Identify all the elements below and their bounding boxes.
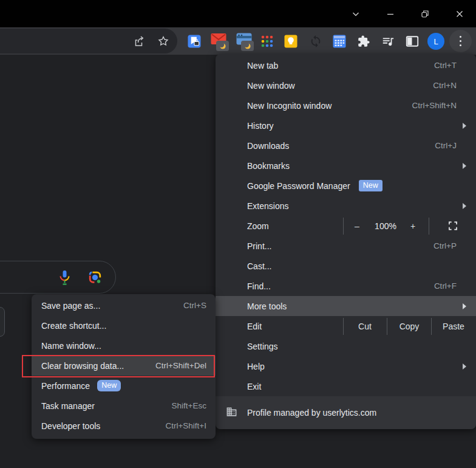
menu-item-label: New Incognito window — [247, 101, 332, 111]
avatar-letter: L — [433, 37, 438, 46]
menu-item-label: Find... — [247, 281, 271, 291]
menu-item-label: Developer tools — [41, 421, 100, 431]
menu-item-help[interactable]: Help — [216, 356, 476, 376]
managed-profile-notice: Profile managed by userlytics.com — [216, 396, 476, 429]
submenu-arrow-icon — [463, 203, 466, 209]
menu-item-exit[interactable]: Exit — [216, 376, 476, 396]
new-badge: New — [97, 380, 121, 392]
menu-item-label: Performance — [41, 381, 90, 391]
divider — [431, 318, 432, 335]
submenu-arrow-icon — [463, 163, 466, 169]
menu-item-label: Save page as... — [41, 301, 100, 311]
menu-item-new-incognito-window[interactable]: New Incognito window Ctrl+Shift+N — [216, 95, 476, 115]
divider — [429, 218, 429, 235]
menu-item-find[interactable]: Find... Ctrl+F — [216, 276, 476, 296]
menu-item-label: Cast... — [247, 261, 271, 271]
restore-button[interactable] — [417, 6, 433, 22]
menu-item-label: Create shortcut... — [41, 321, 106, 331]
menu-item-label: Extensions — [247, 201, 288, 211]
google-lens-icon[interactable] — [87, 270, 103, 287]
shortcut-label: Ctrl+Shift+N — [412, 101, 457, 110]
profile-avatar[interactable]: L — [427, 33, 444, 50]
extensions-puzzle-icon[interactable] — [358, 35, 370, 47]
menu-item-label: Zoom — [247, 221, 269, 231]
paste-button[interactable]: Paste — [443, 321, 464, 332]
browser-toolbar: L — [0, 27, 476, 55]
shortcut-label: Ctrl+T — [434, 61, 457, 70]
menu-item-downloads[interactable]: Downloads Ctrl+J — [216, 136, 476, 156]
dot-icon — [460, 40, 461, 42]
submenu-item-save-page-as[interactable]: Save page as... Ctrl+S — [32, 295, 216, 315]
zoom-level-value: 100% — [375, 221, 396, 232]
shortcut-label: Ctrl+Shift+I — [165, 421, 206, 430]
side-panel-icon[interactable] — [406, 36, 419, 47]
menu-item-zoom: Zoom – 100% + — [216, 216, 476, 236]
shortcut-label: Ctrl+F — [434, 281, 457, 291]
microphone-icon[interactable] — [57, 269, 72, 288]
divider — [387, 318, 387, 335]
fullscreen-icon[interactable] — [449, 221, 458, 232]
menu-item-settings[interactable]: Settings — [216, 336, 476, 356]
submenu-item-performance[interactable]: Performance New — [32, 376, 216, 396]
managed-profile-text: Profile managed by userlytics.com — [247, 408, 376, 418]
menu-item-label: Bookmarks — [247, 161, 290, 171]
dot-icon — [460, 44, 461, 46]
shortcut-label: Shift+Esc — [172, 401, 206, 410]
submenu-item-create-shortcut[interactable]: Create shortcut... — [32, 315, 216, 336]
share-icon[interactable] — [132, 35, 146, 48]
bookmark-star-icon[interactable] — [157, 35, 170, 47]
shortcut-label: Ctrl+J — [435, 141, 457, 150]
submenu-item-developer-tools[interactable]: Developer tools Ctrl+Shift+I — [32, 416, 216, 436]
media-queue-icon[interactable] — [381, 35, 395, 48]
menu-item-label: Name window... — [41, 341, 101, 351]
menu-item-print[interactable]: Print... Ctrl+P — [216, 236, 476, 256]
menu-item-label: New tab — [247, 61, 278, 71]
menu-item-cast[interactable]: Cast... — [216, 256, 476, 276]
moon-badge-icon — [241, 41, 254, 53]
google-apps-grid-icon[interactable] — [260, 35, 274, 48]
menu-item-label: Task manager — [41, 401, 95, 411]
keep-extension-icon[interactable] — [284, 34, 298, 48]
menu-item-bookmarks[interactable]: Bookmarks — [216, 156, 476, 176]
copy-button[interactable]: Copy — [399, 321, 420, 332]
menu-item-google-password-manager[interactable]: Google Password Manager New — [216, 176, 476, 196]
menu-item-label: Exit — [247, 382, 261, 391]
chrome-main-menu: New tab Ctrl+T New window Ctrl+N New Inc… — [216, 54, 476, 429]
submenu-item-task-manager[interactable]: Task manager Shift+Esc — [32, 396, 216, 416]
menu-item-label: Settings — [247, 342, 278, 351]
zoom-in-button[interactable]: + — [410, 221, 415, 232]
new-badge: New — [359, 180, 382, 192]
close-button[interactable] — [452, 6, 467, 22]
more-menu-button[interactable] — [449, 30, 472, 52]
menu-item-label: Help — [247, 362, 265, 371]
chevron-down-icon[interactable] — [348, 6, 364, 22]
menu-item-history[interactable]: History — [216, 115, 476, 136]
minimize-button[interactable] — [382, 6, 398, 22]
shortcut-label: Ctrl+P — [433, 241, 457, 250]
menu-item-new-tab[interactable]: New tab Ctrl+T — [216, 55, 476, 75]
calendar-extension-icon[interactable] — [333, 34, 347, 48]
menu-item-more-tools[interactable]: More tools — [216, 296, 476, 316]
partial-page-element — [0, 307, 5, 337]
sync-icon[interactable] — [309, 35, 322, 48]
menu-item-new-window[interactable]: New window Ctrl+N — [216, 75, 476, 95]
menu-item-extensions[interactable]: Extensions — [216, 196, 476, 216]
menu-item-label: More tools — [247, 301, 287, 311]
zoom-out-button[interactable]: – — [355, 221, 359, 232]
menu-item-label: Edit — [247, 322, 262, 331]
title-bar — [0, 0, 476, 27]
divider — [343, 318, 344, 335]
submenu-arrow-icon — [463, 303, 466, 309]
submenu-item-name-window[interactable]: Name window... — [32, 336, 216, 356]
divider — [343, 218, 344, 235]
submenu-arrow-icon — [463, 123, 466, 129]
annotation-red-rectangle — [22, 355, 215, 377]
submenu-arrow-icon — [463, 363, 466, 370]
menu-item-label: Google Password Manager — [247, 181, 350, 191]
password-manager-extension-icon[interactable] — [188, 34, 202, 48]
shortcut-label: Ctrl+S — [183, 301, 206, 310]
cut-button[interactable]: Cut — [358, 321, 372, 332]
menu-item-label: Downloads — [247, 141, 289, 151]
address-bar[interactable] — [0, 29, 177, 53]
menu-item-label: New window — [247, 81, 295, 91]
